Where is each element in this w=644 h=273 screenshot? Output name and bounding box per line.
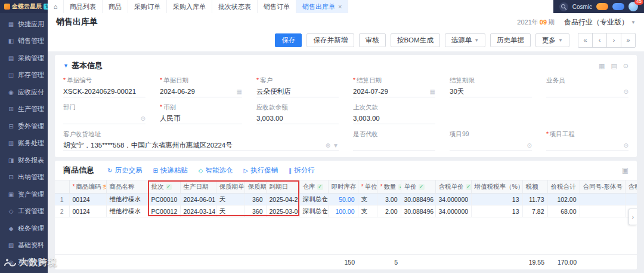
grid-scroll-right-button[interactable]: ›: [628, 208, 637, 225]
close-tab-icon[interactable]: ×: [338, 3, 342, 10]
audit-button[interactable]: 审核: [359, 33, 386, 47]
grid-cell[interactable]: 3.91: [625, 194, 637, 205]
sidebar-item[interactable]: ◧销售管理: [0, 33, 48, 50]
grid-cell[interactable]: 00124: [69, 205, 106, 217]
column-flag-icon[interactable]: ✓: [398, 184, 401, 190]
field-input[interactable]: ⊙: [546, 140, 628, 151]
tab-item-active[interactable]: 销售出库单×: [296, 0, 348, 13]
industry-edition-select[interactable]: 食品行业（专业版） ▼: [564, 17, 636, 27]
column-flag-icon[interactable]: ✓: [166, 184, 172, 190]
field-input[interactable]: ⊙: [63, 113, 145, 124]
grid-cell[interactable]: 360: [244, 194, 266, 205]
settings-icon[interactable]: ⊙: [623, 62, 628, 70]
scan-icon[interactable]: 扫码: [103, 184, 106, 190]
field-input[interactable]: 胡安宁，135****558，中国广东省惠州市惠城区20224号⊗▼: [63, 140, 339, 151]
field-input[interactable]: ⊙: [546, 86, 628, 97]
field-input[interactable]: 2024-07-29▦: [353, 86, 435, 97]
grid-cell[interactable]: 天: [216, 205, 244, 217]
promo-icon-button[interactable]: [596, 3, 608, 10]
history-docs-button[interactable]: 历史单据: [490, 33, 531, 47]
sidebar-item[interactable]: ◨财务报表: [0, 152, 48, 169]
grid-cell[interactable]: 1: [55, 194, 69, 205]
grid-cell[interactable]: 2025-04-25: [266, 194, 299, 205]
grid-cell[interactable]: 102.00: [547, 194, 580, 205]
more-button[interactable]: 更多▼: [535, 33, 569, 47]
grid-cell[interactable]: PC00012: [148, 205, 180, 217]
last-page-button[interactable]: »: [621, 33, 636, 48]
field-input[interactable]: 云朵便利店: [256, 86, 339, 97]
tab-item[interactable]: 商品: [103, 0, 128, 13]
grid-cell[interactable]: 2025-03-08: [266, 205, 299, 217]
run-promotion-link[interactable]: ▷执行促销: [243, 166, 278, 175]
field-input[interactable]: 30天: [450, 86, 532, 97]
sidebar-item[interactable]: ◫库存管理: [0, 67, 48, 84]
grid-cell[interactable]: 3.00: [377, 194, 401, 205]
home-icon[interactable]: ⌂: [48, 0, 64, 13]
section-collapse-icon[interactable]: ▼: [63, 63, 69, 69]
lookup-icon[interactable]: ⊙: [624, 88, 628, 95]
grid-cell[interactable]: 30.088496: [401, 205, 435, 217]
sidebar-item[interactable]: ▣资产管理: [0, 186, 48, 203]
grid-cell[interactable]: 天: [216, 194, 244, 205]
grid-cell[interactable]: 13: [471, 194, 522, 205]
grid-cell[interactable]: 维他柠檬水: [106, 194, 148, 205]
grid-cell[interactable]: 深圳总仓: [299, 194, 328, 205]
field-input[interactable]: 人民币: [160, 113, 242, 124]
save-button[interactable]: 保存: [275, 33, 302, 47]
grid-cell[interactable]: 13: [471, 205, 522, 217]
lookup-icon[interactable]: ⊙: [141, 115, 145, 122]
select-source-button[interactable]: 选源单▼: [445, 33, 485, 47]
field-input[interactable]: ⊙: [450, 140, 532, 151]
calendar-icon[interactable]: ▦: [430, 88, 435, 95]
grid-cell[interactable]: 30.088496: [401, 194, 435, 205]
grid-cell[interactable]: 深圳总仓: [299, 205, 328, 217]
grid-cell[interactable]: 68.00: [547, 205, 580, 217]
search-icon[interactable]: [559, 2, 568, 11]
field-input[interactable]: 2024-06-29▦: [160, 86, 242, 97]
lookup-icon[interactable]: ⊙: [527, 142, 532, 149]
prev-page-button[interactable]: ‹: [592, 33, 607, 48]
next-page-button[interactable]: ›: [606, 33, 621, 48]
dropdown-caret-icon[interactable]: ▼: [333, 142, 339, 149]
sidebar-item[interactable]: ▥账务处理: [0, 135, 48, 152]
grid-cell[interactable]: 2024-06-01: [180, 194, 216, 205]
fullscreen-icon[interactable]: ▣: [622, 166, 628, 174]
grid-cell[interactable]: 2024-03-14: [180, 205, 216, 217]
grid-cell[interactable]: 34.000000: [435, 205, 471, 217]
sidebar-item[interactable]: ◉应收应付: [0, 84, 48, 101]
history-trade-link[interactable]: ↻历史交易: [107, 166, 142, 175]
field-input[interactable]: XSCK-20240629-00021: [63, 86, 145, 97]
grid-cell[interactable]: 11.73: [522, 194, 547, 205]
smart-warehouse-link[interactable]: ◇智能选仓: [199, 166, 233, 175]
save-and-new-button[interactable]: 保存并新增: [306, 33, 354, 47]
field-input[interactable]: 3,003.00: [256, 113, 339, 124]
tab-item[interactable]: 批次状态表: [212, 0, 258, 13]
grid-cell[interactable]: 维他柠檬水: [106, 205, 148, 217]
field-input[interactable]: [353, 140, 435, 151]
layout-icon[interactable]: ▦: [599, 62, 605, 70]
grid-cell[interactable]: 2.00: [377, 205, 401, 217]
grid-cell[interactable]: [580, 205, 625, 217]
grid-cell[interactable]: [580, 194, 625, 205]
sidebar-item[interactable]: ⊟委外管理: [0, 118, 48, 135]
grid-cell[interactable]: PC00010: [148, 194, 180, 205]
grid-cell[interactable]: 2: [55, 205, 69, 217]
grid-cell[interactable]: 7.82: [522, 205, 547, 217]
field-input[interactable]: 3,003.00: [353, 113, 435, 124]
tab-item[interactable]: 销售订单: [258, 0, 296, 13]
sidebar-item[interactable]: ▧基础资料: [0, 237, 48, 254]
help-icon-button[interactable]: [612, 3, 624, 10]
calendar-icon[interactable]: ▦: [237, 88, 242, 95]
sidebar-item[interactable]: ⊡出纳管理: [0, 169, 48, 186]
grid-cell[interactable]: 支: [358, 205, 377, 217]
grid-cell[interactable]: 34.000000: [435, 194, 471, 205]
grid-cell[interactable]: 100.00: [328, 205, 358, 217]
tab-item[interactable]: 采购入库单: [167, 0, 212, 13]
lookup-icon[interactable]: ⊙: [624, 142, 628, 149]
column-flag-icon[interactable]: ✓: [466, 184, 472, 190]
sidebar-item[interactable]: ◎系统设置: [0, 254, 48, 271]
sidebar-item[interactable]: ◇工资管理: [0, 203, 48, 220]
tab-item[interactable]: 商品列表: [64, 0, 103, 13]
clear-icon[interactable]: ⊗: [326, 142, 330, 149]
sidebar-item[interactable]: ⊞生产管理: [0, 101, 48, 118]
